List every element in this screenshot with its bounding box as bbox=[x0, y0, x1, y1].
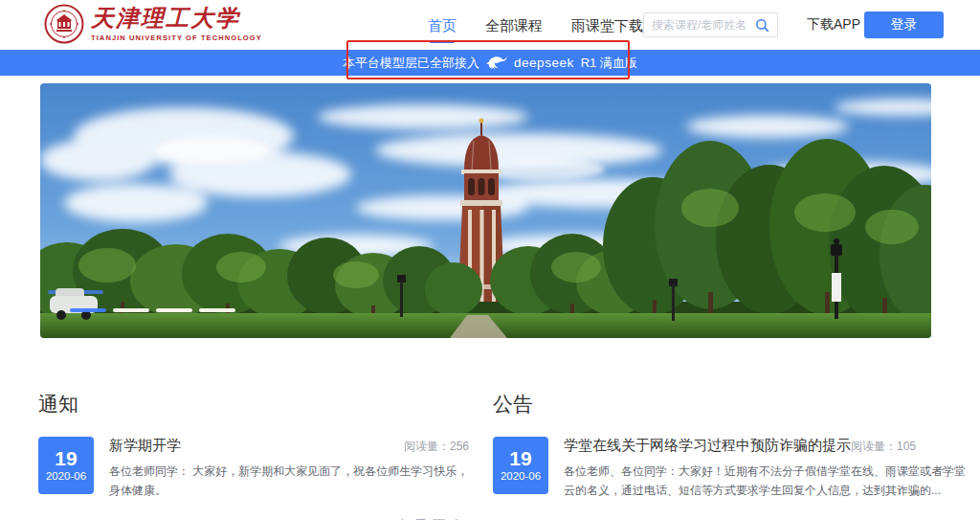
announcement-section: 公告 19 2020-06 学堂在线关于网络学习过程中预防诈骗的提示 阅读量：1… bbox=[493, 391, 975, 501]
campus-tower-photo bbox=[40, 83, 931, 338]
notice-date-day: 19 bbox=[55, 447, 77, 470]
notice-item[interactable]: 19 2020-06 新学期开学 阅读量：256 各位老师同学： 大家好，新学期… bbox=[38, 437, 469, 501]
notice-date-badge: 19 2020-06 bbox=[38, 437, 94, 494]
deepseek-whale-icon bbox=[486, 56, 507, 70]
deepseek-banner: 本平台模型层已全部接入 deepseek R1 满血版 bbox=[0, 50, 980, 76]
university-name: 天津理工大学 TIANJIN UNIVERSITY OF TECHNOLOGY bbox=[91, 6, 262, 41]
announcement-section-title: 公告 bbox=[493, 391, 975, 418]
notice-views: 阅读量：256 bbox=[404, 439, 469, 455]
carousel-dot[interactable] bbox=[156, 308, 192, 312]
page: 天津理工大学 TIANJIN UNIVERSITY OF TECHNOLOGY … bbox=[0, 0, 980, 520]
search-box[interactable] bbox=[643, 12, 778, 37]
announcement-body: 各位老师、各位同学：大家好！近期有不法分子假借学堂在线、雨课堂或者学堂云的名义，… bbox=[564, 462, 975, 501]
university-name-en: TIANJIN UNIVERSITY OF TECHNOLOGY bbox=[91, 34, 262, 42]
notice-section: 通知 19 2020-06 新学期开学 阅读量：256 各位老师同学： 大家好，… bbox=[38, 391, 469, 520]
announcement-content: 学堂在线关于网络学习过程中预防诈骗的提示 阅读量：105 各位老师、各位同学：大… bbox=[564, 437, 975, 501]
announcement-item[interactable]: 19 2020-06 学堂在线关于网络学习过程中预防诈骗的提示 阅读量：105 … bbox=[493, 437, 975, 501]
notice-title[interactable]: 新学期开学 bbox=[109, 437, 181, 455]
search-input[interactable] bbox=[652, 18, 755, 32]
download-app-link[interactable]: 下载APP bbox=[807, 0, 860, 50]
main-nav: 首页 全部课程 雨课堂下载 bbox=[428, 0, 643, 50]
announcement-views: 阅读量：105 bbox=[851, 439, 916, 455]
carousel-dot[interactable] bbox=[113, 308, 149, 312]
view-more-link[interactable]: 查看更多 bbox=[396, 516, 469, 520]
announcement-date-day: 19 bbox=[509, 447, 531, 470]
carousel-dots bbox=[70, 308, 235, 312]
university-name-cn: 天津理工大学 bbox=[91, 6, 262, 31]
hero-carousel[interactable] bbox=[40, 83, 931, 338]
nav-item-all-courses[interactable]: 全部课程 bbox=[485, 11, 543, 39]
banner-text-before: 本平台模型层已全部接入 bbox=[343, 55, 479, 72]
banner-text-after: R1 满血版 bbox=[581, 55, 637, 72]
notice-content: 新学期开学 阅读量：256 各位老师同学： 大家好，新学期和大家见面了，祝各位师… bbox=[109, 437, 469, 501]
login-button[interactable]: 登录 bbox=[864, 11, 944, 38]
carousel-dot[interactable] bbox=[199, 308, 235, 312]
nav-item-rain-classroom-download[interactable]: 雨课堂下载 bbox=[571, 11, 643, 39]
notice-date-month: 2020-06 bbox=[46, 470, 86, 483]
university-seal-icon bbox=[44, 4, 84, 44]
notice-more-row: 查看更多 bbox=[38, 516, 469, 520]
carousel-dot[interactable] bbox=[70, 308, 106, 312]
university-logo[interactable]: 天津理工大学 TIANJIN UNIVERSITY OF TECHNOLOGY bbox=[44, 4, 262, 44]
announcement-date-month: 2020-06 bbox=[501, 470, 541, 483]
notice-body: 各位老师同学： 大家好，新学期和大家见面了，祝各位师生学习快乐，身体健康。 bbox=[109, 462, 469, 501]
announcement-date-badge: 19 2020-06 bbox=[493, 437, 548, 494]
notice-section-title: 通知 bbox=[38, 391, 469, 418]
nav-item-home[interactable]: 首页 bbox=[428, 11, 457, 39]
deepseek-wordmark: deepseek bbox=[514, 56, 574, 70]
header: 天津理工大学 TIANJIN UNIVERSITY OF TECHNOLOGY … bbox=[0, 0, 980, 50]
announcement-title[interactable]: 学堂在线关于网络学习过程中预防诈骗的提示 bbox=[564, 437, 851, 455]
search-icon[interactable] bbox=[755, 18, 769, 33]
